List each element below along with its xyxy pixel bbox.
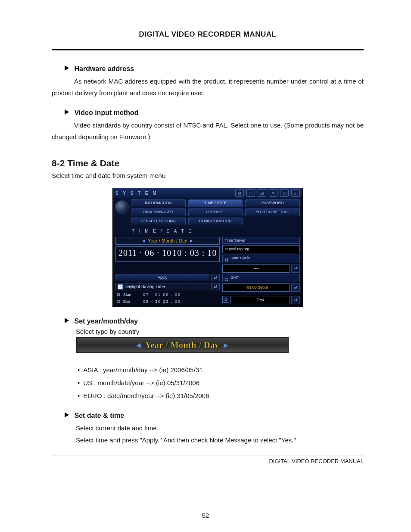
dvr-dial-area (113, 198, 131, 227)
tab-time-date[interactable]: TIME / DATE (188, 199, 243, 207)
para-text: As network MAC address equipped with the… (52, 78, 364, 96)
datetime-display[interactable]: 2011 · 06 · 10 10 : 03 : 10 (115, 246, 220, 262)
list-item: US : month/date/year --> (ie) 05/31/2006 (78, 376, 364, 389)
gear-icon[interactable]: ⚙ (235, 189, 244, 197)
heading-set-ymd: Set year/month/day (65, 317, 364, 325)
apply-button[interactable]: Apply (115, 274, 209, 281)
dst-label: Daylight Saving Time (125, 284, 165, 289)
dst-end-values[interactable]: 08 - 30 23 : 00 (143, 299, 181, 304)
gmt-enter-icon[interactable]: ⏎ (291, 283, 300, 292)
heading-text: Video input method (74, 109, 138, 116)
heading-text: Set date & time (74, 412, 124, 419)
list-item: ASIA : year/month/day --> (ie) 2006/05/3… (78, 364, 364, 376)
tab-password[interactable]: PASSWORD (245, 199, 300, 207)
apply-enter-icon[interactable]: ⏎ (211, 274, 220, 281)
heading-set-dt: Set date & time (65, 412, 364, 420)
triangle-bullet-icon (65, 109, 69, 115)
dst-start-row[interactable]: Start 07 - 01 00 : 00 (115, 292, 220, 297)
arrow-left-icon[interactable]: ◀ (142, 239, 145, 243)
sync-cycle-value[interactable]: ---- (222, 264, 290, 273)
grid-icon (224, 277, 228, 281)
tab-configuration[interactable]: CONFIGURATION (188, 218, 243, 225)
section-title-time-date: 8-2 Time & Date (52, 158, 364, 168)
triangle-bullet-icon (65, 318, 69, 323)
list-item: EURO : date/month/year --> (ie) 31/05/20… (78, 389, 364, 402)
tab-button-setting[interactable]: BUTTON SETTING (245, 208, 300, 216)
dst-end-row[interactable]: End 08 - 30 23 : 00 (115, 299, 220, 304)
para-set-ymd: Select type by country (76, 328, 364, 335)
arrow-right-icon[interactable]: ▶ (224, 342, 228, 348)
tab-empty (245, 218, 300, 225)
gmt-heading: GMT (222, 274, 300, 283)
test-button[interactable]: Test (230, 296, 290, 304)
grid-icon (116, 300, 120, 303)
tab-information[interactable]: INFORMATION (131, 199, 186, 207)
heading-text: Hardware address (74, 65, 134, 72)
para-set-dt-1: Select current date and time. (76, 422, 364, 434)
test-enter-icon[interactable]: ⏎ (291, 296, 300, 304)
sync-enter-icon[interactable]: ⏎ (291, 264, 300, 273)
triangle-bullet-icon (65, 412, 69, 417)
heading-hardware-address: Hardware address (65, 65, 364, 73)
dst-checkbox[interactable]: ✓ (118, 284, 123, 289)
dvr-title: S Y S T E M (115, 191, 158, 196)
para-video-input: Video standards by country consist of NT… (52, 119, 364, 143)
grid-icon (116, 293, 120, 296)
ymd-format-bar-large[interactable]: ◀ Year / Month / Day ▶ (76, 337, 289, 353)
heading-text: Set year/month/day (74, 317, 138, 325)
dvr-tab-grid: INFORMATION TIME / DATE PASSWORD DISK MA… (131, 198, 302, 227)
dvr-section-label: T I M E / D A T E (113, 227, 302, 234)
tab-disk-manager[interactable]: DISK MANAGER (131, 208, 186, 216)
sync-cycle-heading: Sync Cycle (222, 255, 300, 263)
dst-start-values[interactable]: 07 - 01 00 : 00 (143, 292, 181, 297)
disc-icon[interactable]: ◌ (246, 189, 255, 197)
pencil-icon[interactable]: ✎ (269, 189, 277, 197)
page-number: 52 (0, 512, 411, 519)
dst-end-label: End (123, 299, 140, 304)
arrow-right-icon[interactable]: ▶ (190, 239, 193, 243)
section-sub-time-date: Select time and date from system menu (52, 172, 364, 179)
gmt-value[interactable]: +09:00 Seoul (222, 283, 290, 292)
time-value[interactable]: 10 : 03 : 10 (172, 248, 217, 258)
ymd-format-label: Year / Month / Day (148, 239, 187, 243)
triangle-bullet-icon (65, 65, 69, 71)
tab-upgrade[interactable]: UPGRADE (188, 208, 243, 216)
arrow-left-icon[interactable]: ◀ (136, 342, 141, 348)
time-server-heading: Time Server (222, 237, 300, 244)
time-server-value[interactable]: kr.pool.ntp.org (222, 245, 300, 253)
para-text: Video standards by country consist of NT… (52, 121, 364, 140)
tab-default-setting[interactable]: DEFAULT SETTING (131, 218, 186, 225)
dvr-titlebar-icons: ⚙ ◌ ⊟ ✎ ▭ ⌂ (235, 189, 300, 197)
footer-text: DIGITAL VIDEO RECODER MANUAL (52, 455, 364, 464)
gmt-label: GMT (230, 275, 239, 280)
monitor-icon[interactable]: ▭ (280, 189, 289, 197)
ymd-format-list: ASIA : year/month/day --> (ie) 2006/05/3… (78, 364, 364, 402)
dst-toggle-row[interactable]: ✓ Daylight Saving Time (115, 283, 209, 290)
para-set-dt-2: Select time and press "Apply." And then … (76, 434, 364, 446)
doc-header-title: DIGITAL VIDEO RECORDER MANUAL (52, 30, 364, 50)
switch-icon[interactable]: ⊟ (258, 189, 266, 197)
jog-dial-icon[interactable] (115, 200, 129, 214)
grid-icon (224, 258, 228, 262)
dst-start-label: Start (123, 292, 140, 297)
date-value[interactable]: 2011 · 06 · 10 (118, 248, 171, 258)
dvr-titlebar: S Y S T E M ⚙ ◌ ⊟ ✎ ▭ ⌂ (113, 188, 302, 198)
ymd-format-bar-label: Year / Month / Day (145, 340, 219, 350)
dst-enter-icon[interactable]: ⏎ (211, 283, 220, 290)
ymd-format-selector[interactable]: ◀ Year / Month / Day ▶ (115, 237, 220, 245)
lock-icon[interactable]: ⌂ (291, 189, 300, 197)
sync-cycle-label: Sync Cycle (230, 256, 250, 260)
test-gear-icon[interactable]: ⚙ (222, 296, 229, 303)
para-hardware-address: As network MAC address equipped with the… (52, 75, 364, 99)
heading-video-input: Video input method (65, 109, 364, 117)
dvr-screenshot: S Y S T E M ⚙ ◌ ⊟ ✎ ▭ ⌂ INFORMATION TIME… (112, 188, 303, 307)
